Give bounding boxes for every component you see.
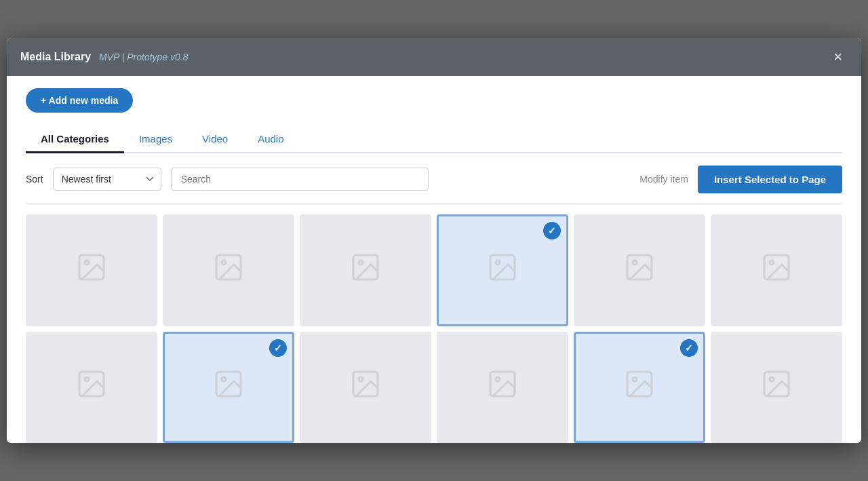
media-item-4[interactable]: ✓ [437,214,568,326]
svg-point-15 [222,377,226,381]
svg-point-9 [633,261,637,265]
media-placeholder-icon-4 [486,251,519,290]
selected-check-4: ✓ [543,222,561,239]
media-item-12[interactable] [711,332,842,444]
svg-point-1 [85,261,89,265]
tab-all-categories[interactable]: All Categories [26,126,124,153]
tab-video[interactable]: Video [187,126,243,153]
modal-subtitle: MVP | Prototype v0.8 [99,52,189,62]
media-grid: ✓ [26,204,842,444]
search-input[interactable] [171,168,429,191]
media-item-8[interactable]: ✓ [163,332,294,444]
svg-point-19 [496,377,500,381]
svg-point-21 [633,377,637,381]
media-item-9[interactable] [300,332,431,444]
media-item-5[interactable] [574,214,705,326]
sort-label: Sort [26,174,43,185]
media-placeholder-icon-3 [349,251,382,290]
media-placeholder-icon-5 [623,251,656,290]
close-button[interactable]: × [828,47,848,67]
insert-selected-button[interactable]: Insert Selected to Page [698,166,842,193]
svg-point-13 [85,377,89,381]
media-item-1[interactable] [26,214,157,326]
modal-title: Media Library [20,51,91,63]
media-placeholder-icon-7 [75,368,108,406]
svg-point-3 [222,261,226,265]
svg-point-7 [496,261,500,265]
svg-point-11 [770,261,774,265]
tabs-bar: All Categories Images Video Audio [26,125,842,153]
media-item-2[interactable] [163,214,294,326]
svg-point-5 [359,261,363,265]
media-item-7[interactable] [26,332,157,444]
sort-select[interactable]: Newest first Oldest first Name A-Z Name … [53,168,161,191]
media-placeholder-icon-8 [212,368,245,406]
media-placeholder-icon-1 [75,251,108,290]
media-placeholder-icon-11 [623,368,656,406]
svg-point-17 [359,377,363,381]
selected-check-11: ✓ [680,339,698,357]
title-group: Media Library MVP | Prototype v0.8 [20,51,189,63]
media-placeholder-icon-2 [212,251,245,290]
tab-images[interactable]: Images [124,126,187,153]
tab-audio[interactable]: Audio [243,126,298,153]
media-placeholder-icon-9 [349,368,382,406]
media-placeholder-icon-12 [760,368,793,406]
filter-toolbar: Sort Newest first Oldest first Name A-Z … [26,153,842,204]
media-placeholder-icon-10 [486,368,519,406]
media-placeholder-icon-6 [760,251,793,290]
svg-point-23 [770,377,774,381]
modify-item-button[interactable]: Modify item [639,174,688,185]
media-item-11[interactable]: ✓ [574,332,705,444]
media-item-10[interactable] [437,332,568,444]
modal-body: + Add new media All Categories Images Vi… [7,76,861,444]
selected-check-8: ✓ [269,339,287,357]
media-library-modal: Media Library MVP | Prototype v0.8 × + A… [7,38,861,444]
media-item-3[interactable] [300,214,431,326]
add-media-button[interactable]: + Add new media [26,88,133,113]
media-item-6[interactable] [711,214,842,326]
modal-header: Media Library MVP | Prototype v0.8 × [7,38,861,76]
